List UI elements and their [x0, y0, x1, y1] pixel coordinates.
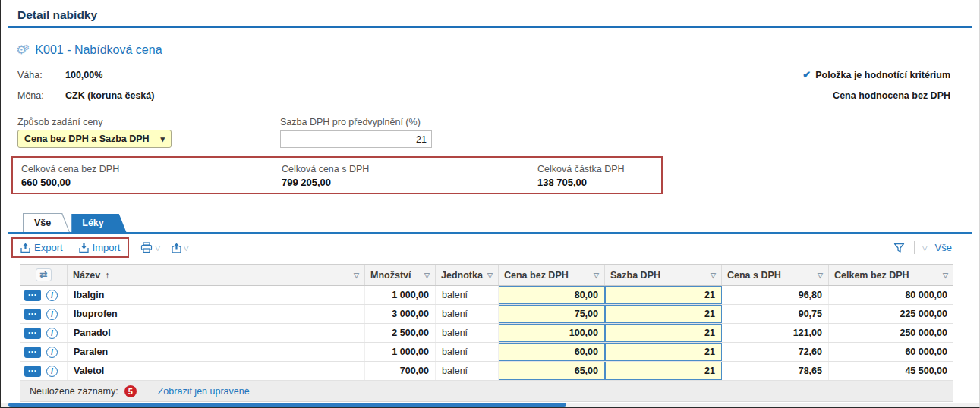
column-filter-icon[interactable]: ▽: [711, 271, 716, 279]
weight-label: Váha:: [17, 70, 43, 80]
view-scope-select[interactable]: Vše: [935, 242, 952, 253]
table-footer: Neuložené záznamy: 5 Zobrazit jen uprave…: [20, 381, 953, 402]
vat-prefill-input[interactable]: [280, 130, 432, 148]
cell-unit: balení: [436, 343, 499, 361]
table-row: ••• i Paralen 1 000,00 balení 60,00 21 7…: [20, 343, 953, 362]
cell-vat-rate-input[interactable]: 21: [605, 324, 722, 342]
print-button[interactable]: ▽: [140, 242, 160, 253]
share-icon: [172, 243, 181, 253]
column-header-vat-rate[interactable]: Sazba DPH ▽: [605, 265, 722, 285]
cell-quantity: 3 000,00: [365, 305, 436, 323]
column-header-price-with-vat[interactable]: Cena s DPH ▽: [722, 265, 829, 285]
cell-price-with-vat: 96,80: [722, 286, 829, 304]
tab-vse[interactable]: Vše: [24, 214, 69, 233]
cell-price-without-vat-input[interactable]: 60,00: [499, 343, 605, 361]
column-filter-icon[interactable]: ▽: [818, 271, 823, 279]
divider: [71, 242, 71, 253]
check-icon: ✔: [802, 69, 811, 80]
cell-price-without-vat-input[interactable]: 80,00: [499, 286, 605, 304]
cell-price-with-vat: 121,00: [722, 324, 829, 342]
unsaved-records-label: Neuložené záznamy:: [30, 386, 118, 397]
header-divider: [8, 26, 972, 28]
share-options-icon: ▽: [184, 244, 189, 252]
column-header-price-without-vat[interactable]: Cena bez DPH ▽: [499, 265, 605, 285]
show-edited-link[interactable]: Zobrazit jen upravené: [158, 386, 250, 397]
cell-vat-rate-input[interactable]: 21: [605, 362, 722, 380]
total-without-vat: Celková cena bez DPH 660 500,00: [21, 164, 119, 188]
tab-underline: [8, 232, 972, 234]
total-vat-amount: Celková částka DPH 138 705,00: [537, 164, 625, 188]
unsaved-count-badge: 5: [124, 385, 137, 397]
row-actions-button[interactable]: •••: [24, 290, 41, 301]
export-button[interactable]: Export: [20, 242, 63, 253]
cell-price-with-vat: 90,75: [722, 305, 829, 323]
cell-total-without-vat: 60 000,00: [829, 343, 953, 361]
table-row: ••• i Ibalgin 1 000,00 balení 80,00 21 9…: [20, 286, 953, 305]
cell-price-without-vat-input[interactable]: 75,00: [499, 305, 605, 323]
export-import-group: Export Import: [11, 237, 129, 258]
horizontal-scrollbar[interactable]: [1, 403, 979, 407]
row-actions-button[interactable]: •••: [24, 309, 41, 320]
share-button[interactable]: ▽: [172, 243, 189, 253]
totals-box: Celková cena bez DPH 660 500,00 Celková …: [11, 156, 663, 194]
info-icon[interactable]: i: [46, 290, 58, 301]
column-header-name[interactable]: Název ↑ ▽: [68, 265, 365, 285]
info-icon[interactable]: i: [46, 328, 58, 339]
info-icon[interactable]: i: [46, 309, 58, 320]
printer-icon: [140, 242, 153, 253]
entry-method-select[interactable]: Cena bez DPH a Sazba DPH ▾: [17, 130, 172, 148]
cell-quantity: 2 500,00: [365, 324, 436, 342]
cell-name: Panadol: [68, 324, 365, 342]
row-actions-button[interactable]: •••: [24, 328, 41, 339]
cell-vat-rate-input[interactable]: 21: [605, 286, 722, 304]
tab-bar: Vše Léky: [24, 214, 127, 233]
cell-quantity: 1 000,00: [365, 286, 436, 304]
column-filter-icon[interactable]: ▽: [424, 271, 430, 279]
section-divider: [8, 64, 972, 64]
scrollbar-thumb[interactable]: [8, 403, 566, 407]
total-with-vat: Celková cena s DPH 799 205,00: [282, 164, 369, 188]
info-icon[interactable]: i: [46, 366, 58, 377]
cell-vat-rate-input[interactable]: 21: [605, 305, 722, 323]
column-filter-icon[interactable]: ▽: [943, 271, 948, 279]
column-filter-icon[interactable]: ▽: [594, 271, 599, 279]
column-settings-icon[interactable]: ⇄: [36, 268, 51, 281]
column-header-quantity[interactable]: Množství ▽: [365, 265, 436, 285]
gears-icon: ⚙⚙: [16, 44, 30, 56]
cell-price-without-vat-input[interactable]: 65,00: [499, 362, 605, 380]
table-row: ••• i Valetol 700,00 balení 65,00 21 78,…: [20, 362, 953, 381]
cell-price-without-vat-input[interactable]: 100,00: [499, 324, 605, 342]
offer-detail-page: Detail nabídky ⚙⚙ K001 - Nabídková cena …: [0, 0, 980, 408]
cell-total-without-vat: 80 000,00: [829, 286, 953, 304]
print-options-icon: ▽: [155, 244, 160, 252]
import-icon: [79, 243, 89, 253]
import-button[interactable]: Import: [79, 242, 121, 253]
cell-name: Valetol: [68, 362, 365, 380]
cell-unit: balení: [436, 324, 499, 342]
column-header-total-without-vat[interactable]: Celkem bez DPH ▽: [829, 265, 953, 285]
cell-quantity: 700,00: [365, 362, 436, 380]
column-header-unit[interactable]: Jednotka ▽: [436, 265, 499, 285]
tab-leky[interactable]: Léky: [71, 214, 127, 233]
entry-method-label: Způsob zadání ceny: [17, 117, 103, 127]
column-header-config: ⇄: [20, 265, 68, 285]
cell-total-without-vat: 225 000,00: [829, 305, 953, 323]
column-filter-icon[interactable]: ▽: [487, 271, 493, 279]
cell-quantity: 1 000,00: [365, 343, 436, 361]
info-icon[interactable]: i: [46, 347, 58, 358]
cell-name: Paralen: [68, 343, 365, 361]
cell-unit: balení: [436, 305, 499, 323]
table-row: ••• i Panadol 2 500,00 balení 100,00 21 …: [20, 324, 953, 343]
cell-total-without-vat: 45 500,00: [829, 362, 953, 380]
filter-icon[interactable]: [893, 243, 905, 253]
table-header: ⇄ Název ↑ ▽ Množství ▽ Jednotka ▽ Cena b…: [20, 264, 953, 286]
currency-label: Měna:: [17, 90, 44, 101]
cell-unit: balení: [436, 286, 499, 304]
toolbar: Export Import ▽ ▽: [11, 237, 952, 258]
table-row: ••• i Ibuprofen 3 000,00 balení 75,00 21…: [20, 305, 953, 324]
cell-vat-rate-input[interactable]: 21: [605, 343, 722, 361]
row-actions-button[interactable]: •••: [24, 347, 41, 358]
column-filter-icon[interactable]: ▽: [354, 271, 359, 279]
export-icon: [20, 243, 30, 253]
row-actions-button[interactable]: •••: [24, 366, 41, 377]
